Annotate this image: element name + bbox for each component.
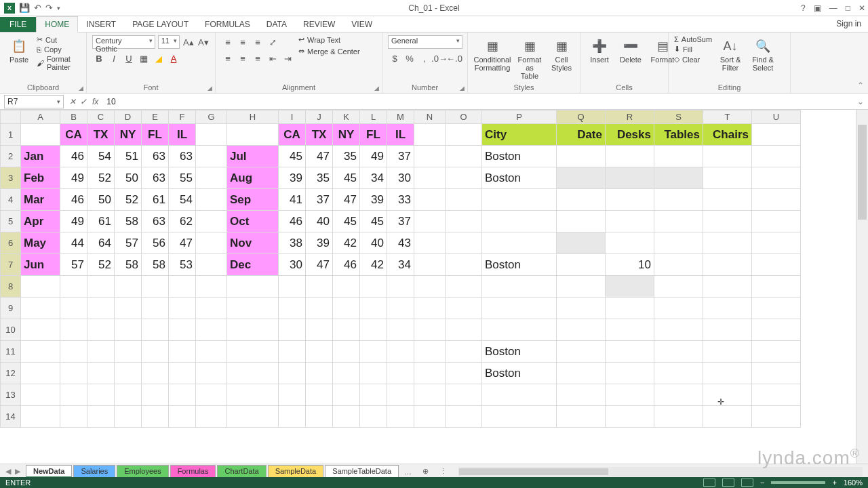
align-bottom-icon[interactable]: ≡ bbox=[251, 35, 264, 49]
format-as-table-button[interactable]: ▦Format as Table bbox=[515, 35, 544, 83]
cell-C3[interactable]: 52 bbox=[87, 167, 115, 189]
cell-M4[interactable]: 33 bbox=[387, 189, 414, 211]
decrease-indent-icon[interactable]: ⇤ bbox=[266, 52, 279, 65]
cell-T7[interactable] bbox=[703, 254, 752, 276]
cell-P3[interactable]: Boston bbox=[482, 167, 557, 189]
cell-M6[interactable]: 43 bbox=[387, 232, 414, 254]
sort-filter-button[interactable]: A↓Sort & Filter bbox=[716, 35, 745, 83]
cell-O5[interactable] bbox=[446, 211, 482, 232]
align-center-icon[interactable]: ≡ bbox=[236, 52, 250, 65]
cell-E2[interactable]: 63 bbox=[142, 146, 169, 167]
cell-Q1[interactable]: Date bbox=[557, 124, 606, 146]
conditional-formatting-button[interactable]: ▦Conditional Formatting bbox=[473, 35, 511, 83]
sheet-tab-formulas[interactable]: Formulas bbox=[170, 465, 216, 478]
col-header-M[interactable]: M bbox=[387, 110, 414, 124]
cell-Q3[interactable] bbox=[557, 167, 606, 189]
cell-O7[interactable] bbox=[446, 254, 482, 276]
cell-O14[interactable] bbox=[446, 406, 482, 428]
cell-C9[interactable] bbox=[87, 298, 115, 319]
cell-L3[interactable]: 34 bbox=[360, 167, 387, 189]
col-header-L[interactable]: L bbox=[360, 110, 387, 124]
cell-P4[interactable] bbox=[482, 189, 557, 211]
cell-G10[interactable] bbox=[196, 319, 227, 341]
italic-button[interactable]: I bbox=[107, 52, 121, 65]
cell-D10[interactable] bbox=[115, 319, 142, 341]
fill-color-button[interactable]: ◢ bbox=[152, 52, 165, 65]
cell-C6[interactable]: 64 bbox=[87, 232, 115, 254]
cell-O9[interactable] bbox=[446, 298, 482, 319]
cell-E13[interactable] bbox=[142, 384, 169, 406]
cell-K2[interactable]: 35 bbox=[333, 146, 360, 167]
cell-C13[interactable] bbox=[87, 384, 115, 406]
cell-H1[interactable] bbox=[227, 124, 279, 146]
cell-Q11[interactable] bbox=[557, 341, 606, 363]
redo-icon[interactable]: ↷ bbox=[45, 3, 53, 13]
cell-E7[interactable]: 58 bbox=[142, 254, 169, 276]
cell-E10[interactable] bbox=[142, 319, 169, 341]
cell-L10[interactable] bbox=[360, 319, 387, 341]
maximize-icon[interactable]: □ bbox=[846, 3, 850, 13]
cell-H9[interactable] bbox=[227, 298, 279, 319]
cell-B13[interactable] bbox=[60, 384, 87, 406]
cell-S9[interactable] bbox=[654, 298, 703, 319]
cell-F8[interactable] bbox=[169, 276, 196, 298]
orientation-icon[interactable]: ⤢ bbox=[266, 35, 279, 49]
cell-R8[interactable] bbox=[606, 276, 654, 298]
cell-K6[interactable]: 42 bbox=[333, 232, 360, 254]
cell-G14[interactable] bbox=[196, 406, 227, 428]
cell-T2[interactable] bbox=[703, 146, 752, 167]
col-header-T[interactable]: T bbox=[703, 110, 752, 124]
formula-input[interactable]: 10 bbox=[102, 97, 853, 106]
cell-O10[interactable] bbox=[446, 319, 482, 341]
increase-indent-icon[interactable]: ⇥ bbox=[281, 52, 294, 65]
cell-styles-button[interactable]: ▦Cell Styles bbox=[548, 35, 575, 83]
col-header-N[interactable]: N bbox=[414, 110, 446, 124]
cell-Q9[interactable] bbox=[557, 298, 606, 319]
cell-H4[interactable]: Sep bbox=[227, 189, 279, 211]
cell-D6[interactable]: 57 bbox=[115, 232, 142, 254]
cell-F7[interactable]: 53 bbox=[169, 254, 196, 276]
cell-D4[interactable]: 52 bbox=[115, 189, 142, 211]
undo-icon[interactable]: ↶ bbox=[34, 3, 41, 13]
cell-E5[interactable]: 63 bbox=[142, 211, 169, 232]
cell-O3[interactable] bbox=[446, 167, 482, 189]
cell-G12[interactable] bbox=[196, 363, 227, 384]
align-middle-icon[interactable]: ≡ bbox=[236, 35, 250, 49]
cell-O2[interactable] bbox=[446, 146, 482, 167]
decrease-decimal-icon[interactable]: ←.0 bbox=[448, 52, 461, 65]
cell-L4[interactable]: 39 bbox=[360, 189, 387, 211]
cell-L7[interactable]: 42 bbox=[360, 254, 387, 276]
cell-C4[interactable]: 50 bbox=[87, 189, 115, 211]
cell-P6[interactable] bbox=[482, 232, 557, 254]
cell-H3[interactable]: Aug bbox=[227, 167, 279, 189]
cell-G1[interactable] bbox=[196, 124, 227, 146]
zoom-out-icon[interactable]: − bbox=[760, 479, 764, 487]
zoom-level[interactable]: 160% bbox=[844, 479, 863, 487]
cell-G2[interactable] bbox=[196, 146, 227, 167]
copy-button[interactable]: ⎘Copy bbox=[37, 45, 81, 54]
cell-F9[interactable] bbox=[169, 298, 196, 319]
cell-J3[interactable]: 35 bbox=[306, 167, 333, 189]
cell-R14[interactable] bbox=[606, 406, 654, 428]
cell-O1[interactable] bbox=[446, 124, 482, 146]
cell-K8[interactable] bbox=[333, 276, 360, 298]
cell-M1[interactable]: IL bbox=[387, 124, 414, 146]
cell-D2[interactable]: 51 bbox=[115, 146, 142, 167]
bold-button[interactable]: B bbox=[92, 52, 106, 65]
cell-Q2[interactable] bbox=[557, 146, 606, 167]
accept-formula-icon[interactable]: ✓ bbox=[80, 97, 87, 106]
cell-R6[interactable] bbox=[606, 232, 654, 254]
cell-E8[interactable] bbox=[142, 276, 169, 298]
sheet-nav-prev-icon[interactable]: ◀ bbox=[5, 467, 11, 476]
cell-I12[interactable] bbox=[279, 363, 306, 384]
zoom-slider[interactable] bbox=[771, 481, 825, 484]
decrease-font-icon[interactable]: A▾ bbox=[197, 35, 210, 49]
cell-K13[interactable] bbox=[333, 384, 360, 406]
cell-L9[interactable] bbox=[360, 298, 387, 319]
cell-M3[interactable]: 30 bbox=[387, 167, 414, 189]
cell-T8[interactable] bbox=[703, 276, 752, 298]
cell-F14[interactable] bbox=[169, 406, 196, 428]
cell-U5[interactable] bbox=[752, 211, 801, 232]
col-header-C[interactable]: C bbox=[87, 110, 115, 124]
row-header-9[interactable]: 9 bbox=[1, 298, 21, 319]
